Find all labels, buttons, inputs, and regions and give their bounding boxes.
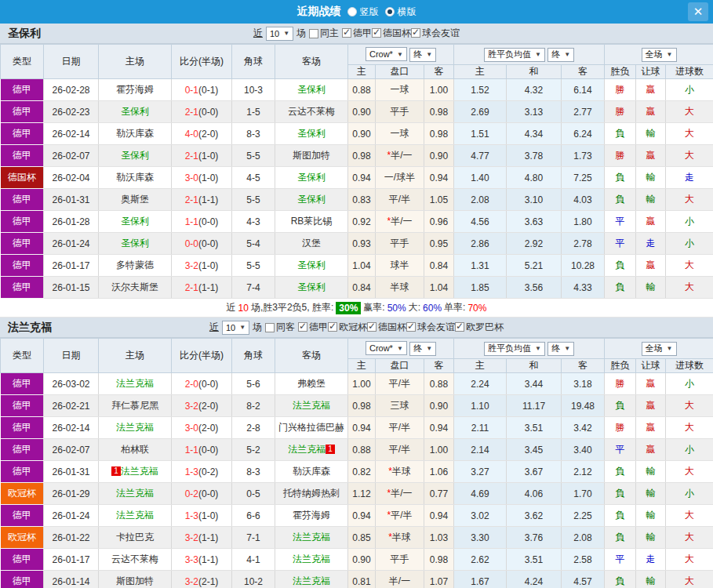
checkbox-checked-icon[interactable]: [406, 322, 416, 332]
score-cell: 3-2(1-0): [172, 255, 232, 277]
odds-company-select[interactable]: Crow*▼: [366, 341, 407, 355]
radio-selected-icon[interactable]: [385, 7, 395, 16]
league-filter-list: 德甲德国杯球会友谊: [342, 27, 460, 41]
goals-result-cell: 小: [666, 439, 713, 461]
home-team: 云达不莱梅: [99, 549, 172, 571]
radio-icon[interactable]: [347, 7, 357, 16]
checkbox-checked-icon[interactable]: [298, 322, 307, 332]
col-date: 日期: [44, 45, 99, 79]
avg-draw-odds: 4.32: [507, 79, 562, 101]
handicap-line: 半球: [376, 277, 424, 299]
col-odds-line: 盘口: [376, 65, 424, 79]
result-cell: 負: [605, 255, 636, 277]
games-count-select[interactable]: 10▼: [266, 27, 293, 41]
scope-select[interactable]: 全场▼: [642, 48, 677, 62]
league-filter[interactable]: 球会友谊: [411, 27, 460, 40]
result-cell: 平: [605, 549, 636, 571]
scope-group: 全场▼: [605, 339, 713, 359]
away-team: 托特纳姆热刺: [275, 483, 348, 505]
same-venue-filter[interactable]: 同客: [265, 321, 295, 334]
layout-radio-horizontal[interactable]: 横版: [385, 5, 417, 19]
checkbox-checked-icon[interactable]: [455, 322, 464, 332]
result-cell: 勝: [605, 79, 636, 101]
goals-result-cell: 大: [666, 417, 713, 439]
col-corner: 角球: [232, 45, 275, 79]
avg-stage-select[interactable]: 终▼: [547, 342, 574, 356]
league-filter[interactable]: 欧冠杯: [328, 321, 367, 334]
odds-stage-select[interactable]: 终▼: [409, 342, 436, 356]
away-team: 法兰克福: [275, 395, 348, 417]
avg-home-odds: 4.69: [454, 483, 507, 505]
league-filter-label: 球会友谊: [417, 321, 455, 334]
league-filter[interactable]: 德国杯: [367, 321, 406, 334]
corner-cell: 0-5: [232, 483, 275, 505]
avg-away-odds: 4.57: [562, 571, 605, 588]
avg-home-odds: 2.14: [454, 439, 507, 461]
league-filter[interactable]: 德甲: [342, 27, 372, 40]
away-team: 圣保利: [275, 123, 348, 145]
odds-stage-select[interactable]: 终▼: [409, 48, 436, 62]
avg-odds-select[interactable]: 胜平负均值▼: [484, 342, 545, 356]
corner-cell: 4-5: [232, 167, 275, 189]
avg-away-odds: 2.58: [562, 549, 605, 571]
handicap-away-odds: 0.98: [424, 123, 454, 145]
goals-result-cell: 小: [666, 483, 713, 505]
handicap-line: 平手: [376, 233, 424, 255]
league-filter[interactable]: 德甲: [298, 321, 328, 334]
league-filter-label: 德国杯: [378, 321, 406, 334]
league-filter[interactable]: 欧罗巴杯: [455, 321, 504, 334]
handicap-away-odds: 1.00: [424, 439, 454, 461]
same-venue-filter[interactable]: 同主: [309, 27, 339, 40]
checkbox-icon[interactable]: [265, 323, 275, 332]
goals-result-cell: 大: [666, 395, 713, 417]
avg-home-odds: 2.11: [454, 417, 507, 439]
checkbox-checked-icon[interactable]: [328, 322, 337, 332]
corner-cell: 7-4: [232, 277, 275, 299]
handicap-result-cell: 輸: [636, 571, 666, 588]
corner-cell: 5-4: [232, 233, 275, 255]
col-odds-home: 主: [348, 359, 376, 373]
filters-stpauli: 近 10▼ 场 同主 德甲德国杯球会友谊: [253, 27, 460, 41]
chevron-down-icon: ▼: [283, 30, 289, 37]
corner-cell: 5-6: [232, 373, 275, 395]
checkbox-checked-icon[interactable]: [367, 322, 377, 332]
checkbox-checked-icon[interactable]: [372, 28, 381, 38]
league-filter-label: 欧罗巴杯: [466, 321, 504, 334]
handicap-line: *半球: [376, 527, 424, 549]
avg-home-odds: 3.30: [454, 527, 507, 549]
col-score: 比分(半场): [172, 339, 232, 373]
col-avg-draw: 和: [507, 359, 562, 373]
handicap-away-odds: 1.05: [424, 189, 454, 211]
col-odds-line: 盘口: [376, 359, 424, 373]
avg-away-odds: 2.12: [562, 461, 605, 483]
handicap-line: *半/一: [376, 145, 424, 167]
avg-odds-select[interactable]: 胜平负均值▼: [484, 48, 545, 62]
match-date: 26-01-31: [44, 461, 99, 483]
col-home: 主场: [99, 45, 172, 79]
checkbox-icon[interactable]: [309, 29, 318, 38]
goals-result-cell: 小: [666, 373, 713, 395]
result-cell: 負: [605, 189, 636, 211]
league-filter[interactable]: 德国杯: [372, 27, 411, 40]
avg-stage-select[interactable]: 终▼: [547, 48, 574, 62]
scope-select[interactable]: 全场▼: [642, 342, 677, 356]
avg-away-odds: 1.73: [562, 145, 605, 167]
handicap-away-odds: 0.98: [424, 101, 454, 123]
games-count-select[interactable]: 10▼: [222, 321, 249, 335]
home-team: 多特蒙德: [99, 255, 172, 277]
odds-company-select[interactable]: Crow*▼: [366, 47, 407, 61]
away-team: 云达不莱梅: [275, 101, 348, 123]
handicap-home-odds: 0.98: [348, 145, 376, 167]
match-date: 26-02-07: [44, 439, 99, 461]
close-icon[interactable]: ✕: [688, 2, 708, 21]
result-cell: 負: [605, 123, 636, 145]
handicap-result-cell: 贏: [636, 145, 666, 167]
radio-horizontal-label: 横版: [398, 5, 417, 19]
handicap-home-odds: 0.83: [348, 189, 376, 211]
layout-radio-vertical[interactable]: 竖版: [347, 5, 379, 19]
checkbox-checked-icon[interactable]: [342, 28, 351, 38]
checkbox-checked-icon[interactable]: [411, 28, 420, 38]
table-row: 德甲26-01-31奥斯堡2-1(1-1)5-5圣保利0.83平/半1.052.…: [1, 189, 713, 211]
league-filter[interactable]: 球会友谊: [406, 321, 455, 334]
handicap-line: 平/半: [376, 373, 424, 395]
